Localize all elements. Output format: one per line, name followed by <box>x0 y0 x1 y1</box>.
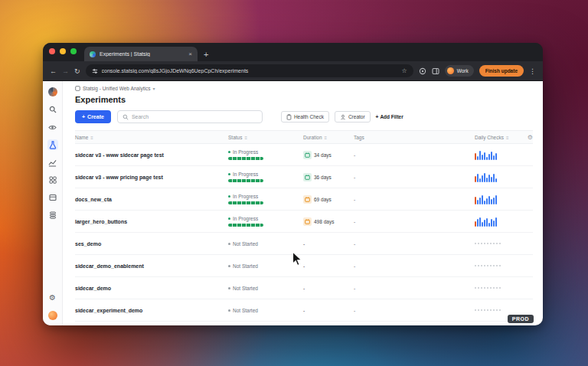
duration-cell: 69 days <box>303 195 354 204</box>
add-filter-button[interactable]: + Add Filter <box>376 114 403 119</box>
search-input[interactable] <box>132 114 257 119</box>
column-header-duration[interactable]: Duration≡ <box>303 135 354 140</box>
table-row[interactable]: sidecar v3 - www pricing page testIn Pro… <box>75 166 533 188</box>
browser-window: Experiments | Statsig × + ← → ↻ console.… <box>43 43 543 325</box>
status-cell: In Progress <box>228 172 303 182</box>
table-header: Name≡ Status≡ Duration≡ Tags Daily Check… <box>75 130 533 144</box>
forward-icon[interactable]: → <box>62 67 69 75</box>
spark-bar <box>491 199 492 204</box>
sidebar-search-icon[interactable] <box>47 104 58 115</box>
sort-icon[interactable]: ≡ <box>325 136 328 140</box>
browser-menu-icon[interactable]: ⋮ <box>529 67 536 75</box>
browser-tab[interactable]: Experiments | Statsig × <box>84 47 198 61</box>
spark-bar <box>477 200 479 204</box>
sidebar-item-overview-icon[interactable] <box>47 122 58 132</box>
table-row[interactable]: docs_new_ctaIn Progress69 days- <box>75 188 533 211</box>
experiment-name-link[interactable]: sidecar v3 - www sidecar page test <box>75 152 228 158</box>
tags-cell: - <box>354 286 475 291</box>
spark-bar <box>482 155 483 160</box>
sidebar-item-metrics-icon[interactable] <box>47 157 58 168</box>
minimize-window-button[interactable] <box>60 48 66 54</box>
column-header-status[interactable]: Status≡ <box>228 135 303 140</box>
status-label: Not Started <box>228 241 303 247</box>
side-panel-icon[interactable] <box>432 67 439 75</box>
experiment-name-link[interactable]: sidecar v3 - www pricing page test <box>75 175 228 180</box>
health-check-filter[interactable]: Health Check <box>281 111 329 123</box>
duration-text: - <box>303 241 305 247</box>
sort-icon[interactable]: ≡ <box>90 136 93 140</box>
statsig-logo[interactable] <box>47 87 58 97</box>
status-dot-icon <box>228 287 230 289</box>
creator-filter[interactable]: Creator <box>335 111 371 123</box>
statsig-favicon-icon <box>90 51 96 57</box>
extensions-icon[interactable] <box>419 67 426 75</box>
tags-cell: - <box>354 197 475 202</box>
sort-icon[interactable]: ≡ <box>244 136 247 140</box>
table-row[interactable]: sidecar_demoNot Started-- <box>75 277 533 299</box>
daily-checks-sparkline <box>475 172 521 182</box>
daily-checks-cell <box>475 150 521 160</box>
column-header-daily-checks[interactable]: Daily Checks≡ <box>475 135 521 140</box>
table-row[interactable]: sidecar_experiment_demoNot Started-- <box>75 299 533 322</box>
table-row[interactable]: ses_demoNot Started-- <box>75 233 533 255</box>
spark-bar <box>477 174 479 182</box>
health-check-label: Health Check <box>294 114 324 119</box>
breadcrumb[interactable]: Statsig - Unified Web Analytics ▾ <box>75 86 533 91</box>
finish-update-button[interactable]: Finish update <box>479 65 524 77</box>
tab-close-icon[interactable]: × <box>188 51 192 57</box>
url-text[interactable]: console.statsig.com/q8sJGjoJDeWNg6UepCpC… <box>102 68 398 74</box>
table-row[interactable]: sidecar_demo_enablementNot Started-- <box>75 255 533 277</box>
plus-icon: + <box>376 114 379 119</box>
column-header-tags[interactable]: Tags <box>354 135 475 140</box>
reload-icon[interactable]: ↻ <box>74 67 80 75</box>
sidebar-item-events-icon[interactable] <box>47 210 58 221</box>
address-bar[interactable]: console.statsig.com/q8sJGjoJDeWNg6UepCpC… <box>86 64 413 77</box>
experiment-name-link[interactable]: sidecar_experiment_demo <box>75 308 228 313</box>
close-window-button[interactable] <box>49 48 55 54</box>
experiment-name-link[interactable]: docs_new_cta <box>75 197 228 202</box>
table-row[interactable]: larger_hero_buttonsIn Progress498 days- <box>75 211 533 233</box>
experiment-name-link[interactable]: ses_demo <box>75 241 228 247</box>
zoom-window-button[interactable] <box>70 48 77 54</box>
site-settings-icon[interactable] <box>92 68 98 74</box>
experiment-name-link[interactable]: larger_hero_buttons <box>75 219 228 224</box>
status-cell: Not Started <box>228 308 303 313</box>
sort-icon[interactable]: ≡ <box>506 136 509 140</box>
spark-bar <box>475 197 476 204</box>
sidebar-item-experiments-icon[interactable] <box>47 139 58 150</box>
daily-checks-cell <box>475 217 521 227</box>
experiment-name-link[interactable]: sidecar_demo <box>75 286 228 291</box>
user-avatar[interactable] <box>47 310 58 321</box>
spark-bar <box>491 152 492 160</box>
profile-avatar <box>447 67 454 74</box>
progress-bar <box>228 201 263 204</box>
status-text: Not Started <box>233 308 258 313</box>
tab-title: Experiments | Statsig <box>100 51 185 57</box>
table-row[interactable]: sidecar v3 - www sidecar page testIn Pro… <box>75 144 533 166</box>
daily-checks-cell <box>475 309 521 311</box>
status-dot-icon <box>228 243 230 245</box>
back-icon[interactable]: ← <box>50 67 57 75</box>
daily-checks-cell <box>475 265 521 266</box>
experiment-name-link[interactable]: sidecar_demo_enablement <box>75 263 228 269</box>
status-label: Not Started <box>228 286 303 291</box>
column-header-name[interactable]: Name≡ <box>75 135 228 140</box>
spark-bar <box>493 198 495 204</box>
calendar-icon <box>303 217 312 226</box>
new-tab-button[interactable]: + <box>204 50 208 61</box>
create-button[interactable]: + Create <box>75 110 111 123</box>
tags-cell: - <box>354 308 475 313</box>
status-dot-icon <box>228 195 230 198</box>
bookmark-star-icon[interactable]: ☆ <box>402 67 407 74</box>
spark-bar <box>488 196 490 204</box>
profile-chip[interactable]: Work <box>445 65 474 77</box>
daily-checks-cell <box>475 243 521 244</box>
sidebar-item-dynamic-config-icon[interactable] <box>47 192 58 203</box>
table-settings-gear-icon[interactable]: ⚙ <box>521 134 533 141</box>
spark-bar <box>482 175 483 182</box>
search-box[interactable] <box>117 110 263 123</box>
status-label: In Progress <box>228 149 303 155</box>
tags-cell: - <box>354 219 475 224</box>
sidebar-item-gates-icon[interactable] <box>47 175 58 185</box>
settings-gear-icon[interactable]: ⚙ <box>47 292 58 303</box>
